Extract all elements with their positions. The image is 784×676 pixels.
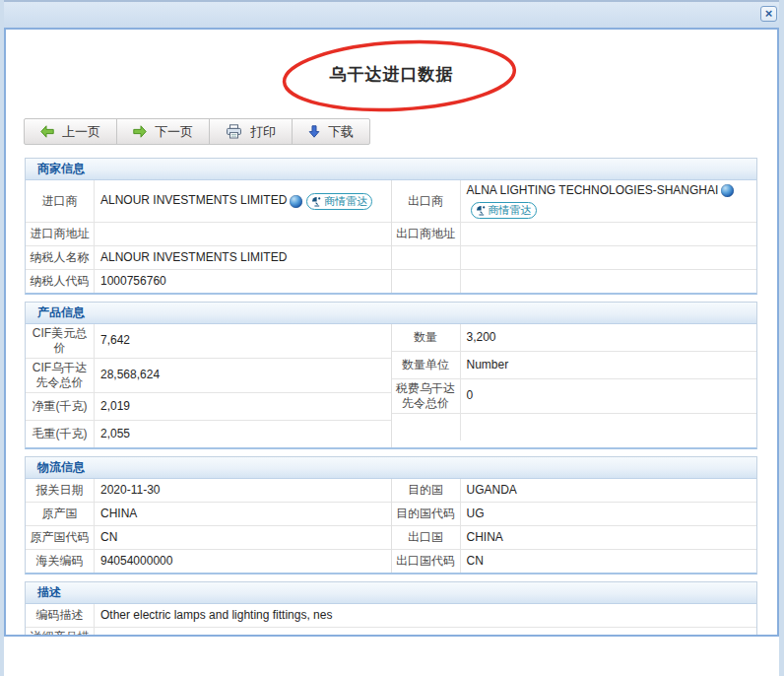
field-label: 海关编码 (26, 550, 95, 573)
field-value: 3,200 (461, 324, 757, 351)
field-value-text: CHINA (100, 507, 137, 522)
globe-link-icon[interactable] (290, 195, 302, 208)
field-value: CHINA (461, 526, 757, 549)
section-column: 报关日期2020-11-30原产国CHINA原产国代码CN海关编码9405400… (26, 479, 391, 573)
field-value: 94054000000 (95, 550, 391, 573)
field-row: 出口商ALNA LIGHTING TECHNOLOGIES-SHANGHAI商情… (392, 180, 757, 222)
field-label: 纳税人代码 (26, 270, 95, 293)
arrow-left-icon (40, 125, 54, 138)
section-column: 数量3,200数量单位Number税费乌干达先令总价0 (391, 324, 757, 447)
dialog-window: × 乌干达进口数据 上一页 下一页 (0, 0, 784, 676)
field-value: 7,642 (95, 324, 391, 358)
field-row: 数量单位Number (392, 351, 757, 378)
field-row: 目的国UGANDA (392, 479, 757, 502)
section-body: 报关日期2020-11-30原产国CHINA原产国代码CN海关编码9405400… (26, 479, 756, 573)
section-column: 目的国UGANDA目的国代码UG出口国CHINA出口国代码CN (391, 479, 757, 573)
field-value: ALNOUR INVESTMENTS LIMITED (95, 246, 391, 269)
radar-badge-label: 商情雷达 (489, 203, 532, 217)
field-value: UG (461, 503, 757, 525)
field-label: 进口商地址 (26, 223, 95, 245)
field-label: 原产国 (26, 503, 95, 525)
prev-page-label: 上一页 (62, 123, 100, 141)
field-row: 净重(千克)2,019 (26, 392, 391, 420)
section-body: 进口商ALNOUR INVESTMENTS LIMITED商情雷达进口商地址纳税… (26, 180, 756, 293)
field-value-text: ALNOUR INVESTMENTS LIMITED (100, 250, 287, 266)
field-row: 进口商ALNOUR INVESTMENTS LIMITED商情雷达 (26, 180, 391, 222)
field-row: 原产国CHINA (26, 502, 391, 525)
section-column: 进口商ALNOUR INVESTMENTS LIMITED商情雷达进口商地址纳税… (26, 180, 391, 293)
dialog-titlebar (0, 0, 784, 28)
field-row (392, 245, 757, 269)
section-title: 描述 (26, 582, 756, 604)
field-label (392, 414, 461, 440)
field-value: CN (95, 526, 391, 549)
field-label: 数量 (392, 324, 461, 351)
field-value: ALNA LIGHTING TECHNOLOGIES-SHANGHAI商情雷达 (461, 180, 757, 222)
prev-page-button[interactable]: 上一页 (24, 118, 117, 145)
arrow-right-icon (133, 125, 147, 138)
field-value: 1000756760 (95, 270, 391, 293)
section-column: 编码描述Other electric lamps and lighting fi… (26, 604, 756, 637)
field-row: 详细产品描述LPDL-5A-Y- 2700K LED DOWN LIGHT LP… (26, 627, 756, 637)
radar-badge[interactable]: 商情雷达 (306, 193, 372, 210)
section-logistics: 物流信息报关日期2020-11-30原产国CHINA原产国代码CN海关编码940… (25, 456, 757, 575)
print-button[interactable]: 打印 (209, 118, 293, 145)
download-button[interactable]: 下载 (292, 118, 370, 145)
field-label: 出口商 (392, 180, 461, 222)
section-column: CIF美元总价7,642CIF乌干达先令总价28,568,624净重(千克)2,… (26, 324, 391, 447)
field-label: 毛重(千克) (26, 421, 95, 447)
field-value (461, 414, 757, 440)
field-row: 纳税人名称ALNOUR INVESTMENTS LIMITED (26, 245, 391, 269)
printer-icon (226, 124, 242, 139)
field-row: 海关编码94054000000 (26, 549, 391, 573)
field-value (461, 223, 757, 245)
satellite-dish-icon (476, 205, 487, 216)
field-value-text: CHINA (467, 530, 503, 546)
field-value-text: 3,200 (467, 330, 496, 346)
section-body: CIF美元总价7,642CIF乌干达先令总价28,568,624净重(千克)2,… (26, 324, 756, 447)
field-value: 2,019 (95, 393, 391, 420)
download-arrow-icon (308, 125, 320, 138)
globe-link-icon[interactable] (721, 184, 734, 197)
field-value-text: CN (100, 530, 117, 546)
field-row (392, 413, 757, 440)
field-value-text: 2,019 (100, 399, 130, 415)
page-title: 乌干达进口数据 (6, 63, 777, 86)
next-page-button[interactable]: 下一页 (116, 118, 210, 145)
field-label: CIF乌干达先令总价 (26, 359, 95, 392)
field-row: 报关日期2020-11-30 (26, 479, 391, 502)
field-value: CHINA (95, 503, 391, 525)
section-title: 物流信息 (26, 457, 756, 479)
field-label (392, 270, 461, 293)
field-value-text: 28,568,624 (100, 368, 160, 383)
field-label: 目的国 (392, 479, 461, 502)
field-label: 纳税人名称 (26, 246, 95, 269)
close-icon[interactable]: × (760, 6, 777, 22)
field-label: 进口商 (26, 180, 95, 222)
field-value: CN (461, 550, 757, 573)
radar-badge[interactable]: 商情雷达 (471, 202, 537, 219)
field-row: 数量3,200 (392, 324, 757, 351)
field-label: 详细产品描述 (26, 628, 95, 637)
field-row: 出口国代码CN (392, 549, 757, 573)
field-label: 税费乌干达先令总价 (392, 379, 461, 413)
field-row: 出口商地址 (392, 222, 757, 245)
field-value-text: Number (467, 358, 509, 373)
field-value-text: 1000756760 (100, 274, 166, 290)
field-value: ALNOUR INVESTMENTS LIMITED商情雷达 (95, 180, 391, 222)
section-body: 编码描述Other electric lamps and lighting fi… (26, 604, 756, 637)
field-value-text: 94054000000 (100, 554, 172, 570)
field-label: 出口商地址 (392, 223, 461, 245)
field-row: 出口国CHINA (392, 525, 757, 549)
field-value-text: ALNOUR INVESTMENTS LIMITED (100, 193, 287, 209)
field-value-text: 7,642 (100, 333, 130, 349)
section-product: 产品信息CIF美元总价7,642CIF乌干达先令总价28,568,624净重(千… (25, 302, 757, 449)
field-value-text: ALNA LIGHTING TECHNOLOGIES-SHANGHAI (467, 183, 719, 199)
field-row: 原产国代码CN (26, 525, 391, 549)
field-value: Number (461, 352, 757, 378)
field-value-text: 0 (467, 388, 474, 404)
print-label: 打印 (250, 123, 276, 141)
field-value-text: 2020-11-30 (100, 483, 161, 499)
field-label: 出口国代码 (392, 550, 461, 573)
field-row (392, 269, 757, 293)
